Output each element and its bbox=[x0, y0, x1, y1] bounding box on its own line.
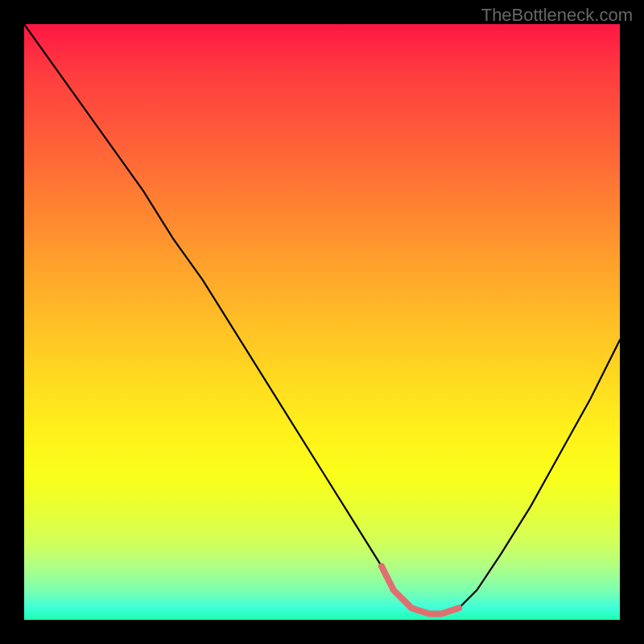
curve-layer bbox=[24, 24, 620, 620]
bottleneck-curve bbox=[24, 24, 620, 614]
plot-area bbox=[24, 24, 620, 620]
watermark-text: TheBottleneck.com bbox=[481, 5, 633, 26]
highlight-segment bbox=[382, 566, 459, 613]
chart-container: TheBottleneck.com bbox=[0, 0, 644, 644]
